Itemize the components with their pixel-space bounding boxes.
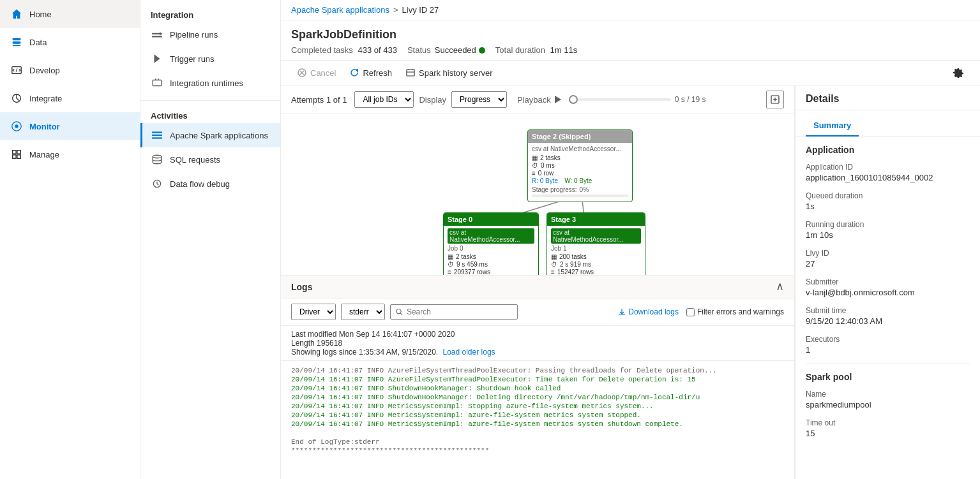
queued-duration-value: 1s [806, 202, 970, 211]
timeout-label: Time out [806, 418, 970, 427]
log-type-dropdown[interactable]: stderr [341, 304, 385, 320]
job-ids-dropdown[interactable]: All job IDs [354, 91, 414, 108]
log-line: 20/09/14 16:41:07 INFO MetricsSystemImpl… [291, 420, 784, 429]
stage-3-node[interactable]: Stage 3 csv at NativeMethodAccessor... J… [547, 212, 645, 275]
last-modified: Last modified Mon Sep 14 16:41:07 +0000 … [291, 330, 784, 339]
driver-dropdown[interactable]: Driver [291, 304, 336, 320]
pool-name-field: Name sparkmediumpool [806, 390, 970, 409]
load-older-link[interactable]: Load older logs [443, 348, 495, 357]
submit-time-value: 9/15/20 12:40:03 AM [806, 316, 970, 326]
nav-trigger-runs[interactable]: Trigger runs [140, 47, 280, 71]
toolbar-right [947, 64, 970, 81]
download-label: Download logs [628, 307, 679, 316]
download-logs-button[interactable]: Download logs [618, 307, 679, 316]
nav-integration-runtimes[interactable]: Integration runtimes [140, 71, 280, 95]
sidebar-item-data[interactable]: Data [0, 28, 140, 56]
executors-field: Executors 1 [806, 335, 970, 355]
log-line: 20/09/14 16:41:07 INFO AzureFileSystemTh… [291, 366, 784, 375]
sidebar-item-integrate[interactable]: Integrate [0, 84, 140, 112]
log-line: End of LogType:stderr [291, 438, 784, 446]
sidebar-item-label: Develop [29, 66, 60, 75]
refresh-icon [350, 68, 359, 77]
stage-2-header: Stage 2 (Skipped) [528, 130, 632, 143]
display-label: Display [419, 95, 446, 105]
cancel-icon [298, 68, 306, 77]
nav-apache-spark[interactable]: Apache Spark applications [140, 123, 280, 147]
queued-duration-label: Queued duration [806, 191, 970, 200]
log-line: 20/09/14 16:41:07 INFO ShutdownHookManag… [291, 393, 784, 402]
logs-meta: Last modified Mon Sep 14 16:41:07 +0000 … [281, 326, 794, 361]
nav-item-label: Trigger runs [170, 54, 215, 64]
sidebar-item-label: Manage [29, 150, 59, 159]
total-duration: Total duration 1m 11s [495, 45, 577, 55]
main-content: Apache Spark applications > Livy ID 27 S… [281, 0, 980, 479]
integrate-icon [10, 92, 23, 105]
stage-2-node[interactable]: Stage 2 (Skipped) csv at NativeMethodAcc… [527, 129, 633, 202]
svg-rect-14 [153, 80, 162, 86]
search-input[interactable] [407, 307, 512, 316]
filter-checkbox[interactable] [686, 308, 695, 316]
sidebar-item-home[interactable]: Home [0, 0, 140, 28]
play-button[interactable] [555, 94, 565, 105]
activities-header: Activities [140, 106, 280, 123]
debug-icon [151, 177, 163, 190]
stage-0-node[interactable]: Stage 0 csv at NativeMethodAccessor... J… [443, 212, 539, 275]
nav-pipeline-runs[interactable]: Pipeline runs [140, 22, 280, 47]
zoom-icon [771, 95, 780, 104]
display-dropdown[interactable]: Progress [451, 91, 507, 108]
playback-label: Playback [517, 95, 551, 105]
data-icon [10, 36, 23, 48]
completed-tasks-label: Completed tasks 433 of 433 [291, 45, 397, 55]
nav-sql-requests[interactable]: SQL requests [140, 147, 280, 172]
livy-id-label: Livy ID [806, 249, 970, 258]
running-duration-label: Running duration [806, 220, 970, 229]
stage-2-body: csv at NativeMethodAccessor... ▦2 tasks … [528, 143, 632, 202]
time-label: 0 s / 19 s [675, 95, 706, 104]
submit-time-label: Submit time [806, 306, 970, 315]
playback-slider[interactable] [569, 98, 671, 101]
toolbar: Cancel Refresh Spark history server [281, 61, 980, 85]
content-area: Attempts 1 of 1 All job IDs Display Prog… [281, 85, 980, 479]
sidebar-item-develop[interactable]: Develop [0, 56, 140, 84]
log-line: 20/09/14 16:41:07 INFO AzureFileSystemTh… [291, 375, 784, 384]
log-line [291, 429, 784, 438]
cancel-button[interactable]: Cancel [291, 65, 342, 81]
sidebar-item-manage[interactable]: Manage [0, 140, 140, 168]
nav-item-label: Apache Spark applications [170, 131, 268, 140]
spark-pool-section-title: Spark pool [806, 372, 970, 382]
left-navigation: Home Data Develop Integrate Monitor Mana… [0, 0, 140, 479]
graph-section: Attempts 1 of 1 All job IDs Display Prog… [281, 85, 795, 479]
settings-button[interactable] [947, 64, 970, 81]
settings-icon [953, 68, 963, 78]
nav-data-flow-debug[interactable]: Data flow debug [140, 172, 280, 196]
spark-history-button[interactable]: Spark history server [400, 65, 499, 81]
submitter-label: Submitter [806, 277, 970, 286]
stage-0-header: Stage 0 [444, 213, 538, 226]
running-duration-value: 1m 10s [806, 230, 970, 240]
sidebar-item-monitor[interactable]: Monitor [0, 112, 140, 140]
queued-duration-field: Queued duration 1s [806, 191, 970, 211]
refresh-button[interactable]: Refresh [343, 65, 398, 81]
status-dot [479, 47, 485, 54]
log-line: 20/09/14 16:41:07 INFO MetricsSystemImpl… [291, 402, 784, 411]
runtime-icon [151, 77, 163, 89]
zoom-button[interactable] [766, 91, 784, 108]
details-panel: Details Summary Application Application … [795, 85, 980, 479]
nav-divider [140, 100, 280, 101]
collapse-logs-button[interactable]: ∧ [776, 281, 784, 293]
svg-point-6 [15, 124, 18, 128]
pool-name-value: sparkmediumpool [806, 400, 970, 409]
filter-checkbox-container: Filter errors and warnings [686, 307, 784, 316]
stage-0-body: csv at NativeMethodAccessor... Job 0 ▦2 … [444, 226, 538, 275]
tab-summary[interactable]: Summary [806, 115, 859, 136]
details-body: Application Application ID application_1… [795, 137, 980, 455]
logs-controls: Driver stderr Download logs [281, 298, 794, 326]
cancel-label: Cancel [310, 68, 336, 78]
livy-id-value: 27 [806, 259, 970, 269]
slider-thumb [569, 95, 578, 104]
page-header: SparkJobDefinition Completed tasks 433 o… [281, 20, 980, 61]
breadcrumb-parent[interactable]: Apache Spark applications [291, 5, 389, 15]
svg-point-31 [396, 309, 401, 313]
stage-3-header: Stage 3 [547, 213, 645, 226]
play-icon [555, 96, 561, 103]
